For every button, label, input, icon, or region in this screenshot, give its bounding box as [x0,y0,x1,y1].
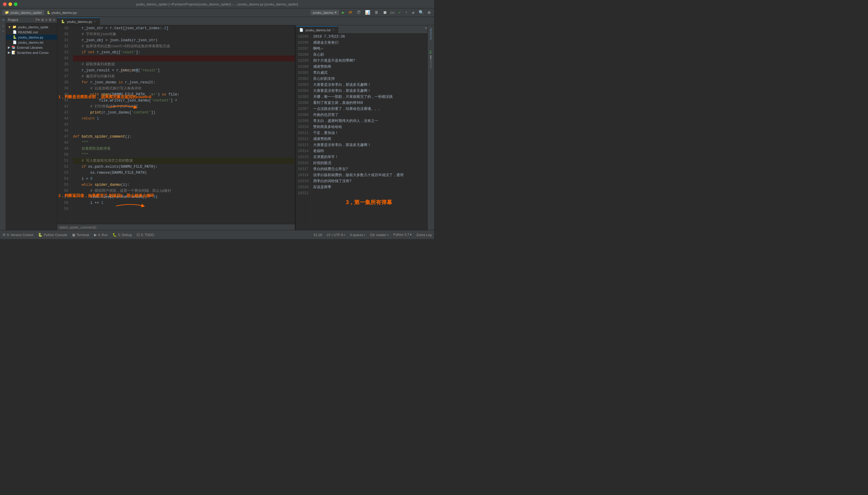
tree-external-libs[interactable]: ▶ 📚 External Libraries [6,45,57,50]
tln-16307: 16307 [296,106,309,112]
tln-16296: 16296 [296,40,309,46]
ext-lib-icon: ▶ [8,46,10,49]
txt-16306: 看到了夜宴主厨，真做的呀666 [313,100,427,106]
position-text: 51:18 [314,233,322,237]
maximize-button[interactable] [14,2,17,6]
tab-py-file[interactable]: 🐍 youku_danmu.py × [57,18,100,25]
profile-button[interactable]: 📊 [364,9,371,16]
tree-readme[interactable]: 📄 README.md [6,30,57,35]
run-button[interactable]: ▶ [341,9,346,16]
tab-py-name: youku_danmu.py [67,20,92,23]
terminal-btn[interactable]: ▣ Terminal [72,233,89,237]
position-indicator: 51:18 [314,233,322,237]
code-line-35: # 获取弹幕列表数据 [73,62,295,67]
file-tab-nav[interactable]: 🐍 youku_danmu.py [47,11,77,15]
settings-icon[interactable]: ⚙ [427,9,431,16]
txt-16298: 良心剧 [313,52,427,58]
close-button[interactable] [3,2,6,6]
tree-txt-file[interactable]: 📄 youku_danmu.txt [6,40,57,45]
ln-41: 41 [57,98,68,104]
txt-16310: 赞助商真多哈哈哈 [313,124,427,130]
git-push-icon[interactable]: ↑ [404,10,409,16]
event-log-btn[interactable]: Event Log [416,233,431,237]
ln-55: 55 [57,182,68,188]
project-panel-title: Project [8,18,18,22]
txt-16300: 感谢赞助商 [313,64,427,70]
git-history-icon[interactable]: ↺ [410,9,415,16]
root-folder-icon2: 📁 [12,25,17,29]
tree-py-file[interactable]: 🐍 youku_danmu.py [6,35,57,40]
tool-icon-1[interactable]: P▾ [36,18,40,22]
ln-54: 54 [57,176,68,182]
tln-16306: 16306 [296,100,309,106]
tool-icon-5[interactable]: ≡ [53,18,55,22]
tool-icon-3[interactable]: ≡ [45,18,47,22]
tln-16315: 16315 [296,154,309,160]
debug-btn[interactable]: 🐛 5: Debug [112,233,132,237]
run-configuration[interactable]: youku_danmu ▾ [310,10,339,15]
panel-tools[interactable]: P▾ ⊕ ≡ ⚙ ≡ [36,18,55,22]
code-line-57: time.sleep(random.random() * 5) [73,194,295,200]
vc-icon: ⑨ [2,233,6,237]
todo-btn[interactable]: ☑ 6: TODO [136,233,154,237]
txt-line-numbers: 16295 16296 16297 16298 16299 16300 1630… [296,34,311,230]
txt-16319: 用李白的词给钱了没有? [313,178,427,184]
favorites-icon[interactable]: ★ [1,23,5,29]
code-line-31: r_json_obj = json.loads(r_json_str) [73,37,295,44]
tln-16312: 16312 [296,136,309,142]
git-commit-icon[interactable]: ✓ [397,9,402,16]
coverage-button[interactable]: ⏱ [355,10,362,16]
project-icon[interactable]: P [1,18,5,22]
run-btn[interactable]: ▶ 4: Run [94,233,108,237]
close-right-panel[interactable]: × [425,26,427,31]
code-panels: 1，判断是否爬取全部， 如果爬完最后返回的count=0 [57,25,434,230]
ln-37: 37 [57,73,68,80]
ln-47: 47 [57,134,68,140]
txt-body-container: 2019 7.3号22:36 感谢金主爸爸们 啊鸣～ 良心剧 四个片尾是不是有四… [311,34,427,230]
right-panel-btn1[interactable]: E [429,51,431,55]
code-line-48: """ [73,140,295,146]
version-control-btn[interactable]: ⑨ 9: Version Control [2,233,33,237]
python-version-indicator[interactable]: Python 3.7 ▾ [393,233,412,237]
tln-16309: 16309 [296,118,309,124]
code-content[interactable]: r_json_str = r.text[json_start_index:-2]… [70,25,295,224]
code-line-45 [73,122,295,128]
scview-icon[interactable]: SciView [429,27,433,41]
terminal-icon: ▣ [72,233,75,237]
pause-button[interactable]: ⏸ [373,10,380,16]
reload-button[interactable]: ⟳ [347,9,354,16]
minimize-button[interactable] [9,2,12,6]
code-area[interactable]: 1，判断是否爬取全部， 如果爬完最后返回的count=0 [57,25,295,224]
project-switcher[interactable]: 📁 youku_danmu_spider [2,10,44,15]
indent-text: 4 spaces • [350,233,365,237]
ln-46: 46 [57,128,68,134]
structure-icon[interactable]: ≡ [1,29,5,33]
search-icon[interactable]: 🔍 [417,9,425,16]
code-line-37: # 遍历评论对象列表 [73,73,295,80]
window-controls[interactable] [3,2,17,6]
editor-tabs: 🐍 youku_danmu.py × [57,17,434,25]
tree-scratches[interactable]: ▶ 📝 Scratches and Conso [6,50,57,55]
txt-tab[interactable]: 📄 youku_danmu.txt × [296,26,338,33]
stop-button[interactable]: ⏹ [381,10,388,16]
code-line-36: r_json_result = r_json_obj['result'] [73,67,295,73]
ln-56: 56 [57,188,68,194]
tool-icon-4[interactable]: ⚙ [49,18,52,22]
tab-close-btn[interactable]: × [94,20,96,23]
python-console-btn[interactable]: 🐍 Python Console [38,233,67,237]
tree-root[interactable]: ▼ 📁 youku_danmu_spide [6,24,57,30]
python-version-text: Python 3.7 ▾ [393,233,412,237]
code-line-42: # 打印弹幕对象中的评论内容 [73,104,295,109]
txt-tab-close[interactable]: × [332,28,334,32]
tool-icon-2[interactable]: ⊕ [41,18,44,22]
code-line-43: print(r_json_danmu['content']) [73,109,295,116]
ln-35: 35 [57,62,68,67]
tln-16308: 16308 [296,112,309,118]
code-line-49: 批量爬取某酷弹幕 [73,146,295,152]
right-panel-btn2[interactable]: I [429,55,431,59]
txt-tab-name: youku_danmu.txt [305,28,331,32]
txt-16297: 啊鸣～ [313,46,427,52]
code-line-56: # 模拟用户浏览，设置一个爬虫间隔，防止ip被封 [73,188,295,194]
close-icon[interactable]: × [425,26,427,31]
ln-31: 31 [57,37,68,44]
